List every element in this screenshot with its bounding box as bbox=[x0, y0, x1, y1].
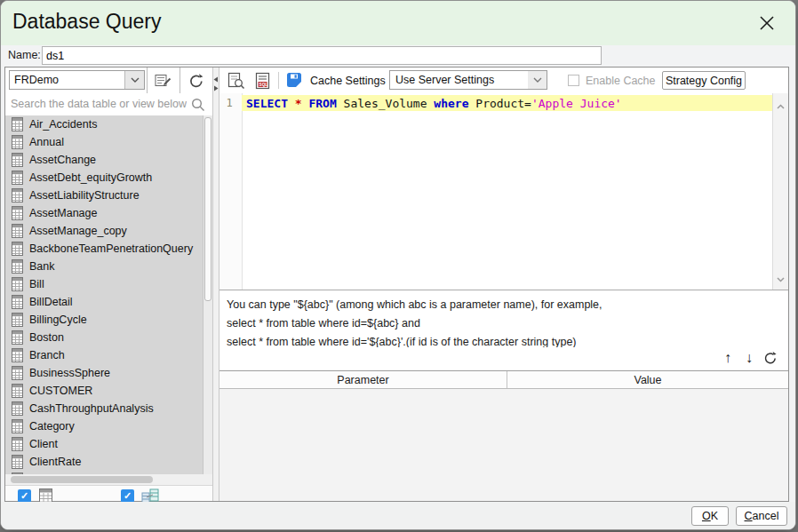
table-row[interactable]: BillingCycle bbox=[5, 311, 203, 329]
content-area: FRDemo bbox=[4, 67, 789, 502]
table-icon bbox=[12, 455, 23, 472]
cache-settings-select[interactable]: Use Server Settings bbox=[389, 70, 547, 90]
table-row[interactable]: Client bbox=[5, 435, 203, 453]
table-row-label: AssetLiabilityStructure bbox=[29, 189, 140, 202]
close-icon[interactable] bbox=[754, 11, 779, 36]
horizontal-scrollbar-thumb[interactable] bbox=[11, 476, 153, 483]
move-down-icon[interactable]: ↓ bbox=[746, 350, 753, 366]
table-row[interactable]: Air_Accidents bbox=[5, 115, 203, 133]
table-row[interactable]: Category bbox=[5, 417, 203, 435]
table-row-label: Bill bbox=[29, 278, 44, 290]
table-row-label: ClientRate bbox=[29, 456, 81, 468]
save-query-icon[interactable] bbox=[286, 72, 303, 92]
refresh-datasource-button[interactable] bbox=[180, 67, 212, 93]
cancel-button[interactable]: Cancel bbox=[736, 506, 787, 526]
table-row[interactable]: Boston bbox=[5, 329, 203, 346]
dialog-titlebar: Database Query bbox=[1, 1, 795, 45]
edit-datasource-button[interactable] bbox=[147, 67, 180, 93]
table-row[interactable]: AssetLiabilityStructure bbox=[5, 187, 203, 204]
table-list: Air_Accidents Annual bbox=[5, 115, 212, 474]
table-icon bbox=[12, 384, 23, 401]
line-number-gutter: 1 bbox=[219, 93, 243, 290]
table-icon bbox=[12, 330, 23, 348]
parameter-toolbar: ↑ ↓ bbox=[219, 347, 788, 370]
svg-text:SQL: SQL bbox=[259, 83, 268, 87]
table-row[interactable]: AssetManage bbox=[5, 204, 203, 222]
table-icon bbox=[12, 313, 23, 330]
name-input[interactable] bbox=[42, 46, 602, 65]
search-input[interactable] bbox=[7, 95, 190, 112]
table-row[interactable]: AssetChange bbox=[5, 151, 203, 169]
refresh-parameters-icon[interactable] bbox=[763, 351, 778, 369]
table-icon bbox=[12, 153, 23, 171]
table-row[interactable]: CashThroughputAnalysis bbox=[5, 400, 203, 417]
table-list-horizontal-scrollbar[interactable] bbox=[5, 474, 212, 485]
table-row-label: Boston bbox=[29, 331, 64, 344]
datasource-row: FRDemo bbox=[5, 67, 212, 94]
table-icon bbox=[12, 242, 23, 259]
table-row-label: Bank bbox=[29, 260, 55, 273]
table-icon bbox=[12, 401, 23, 419]
table-row[interactable]: Bank bbox=[5, 258, 203, 275]
table-icon bbox=[12, 348, 23, 366]
sql-file-icon[interactable]: SQL bbox=[254, 72, 272, 93]
datasource-select[interactable]: FRDemo bbox=[9, 70, 145, 90]
strategy-config-button[interactable]: Strategy Config bbox=[662, 71, 746, 90]
right-panel: SQL Cache Settings Use Server Settings bbox=[219, 67, 788, 501]
collapse-right-icon[interactable] bbox=[213, 79, 219, 95]
move-up-icon[interactable]: ↑ bbox=[724, 350, 731, 366]
table-icon bbox=[12, 437, 23, 455]
sql-token-plain: Sales_Volume bbox=[337, 97, 435, 110]
table-row[interactable]: Branch bbox=[5, 346, 203, 364]
value-column-header: Value bbox=[507, 371, 788, 388]
show-tables-checkbox[interactable]: ✓ bbox=[18, 489, 31, 503]
table-row[interactable]: BusinessSphere bbox=[5, 364, 203, 382]
help-line-2: select * from table where id=${abc} and bbox=[219, 314, 788, 333]
toolbar-separator bbox=[278, 72, 279, 89]
table-icon bbox=[12, 259, 23, 277]
enable-cache-checkbox[interactable] bbox=[568, 75, 579, 86]
table-row[interactable]: Bill bbox=[5, 275, 203, 293]
table-row[interactable]: BackboneTeamPenetrationQuery bbox=[5, 240, 203, 258]
editor-vertical-scrollbar[interactable] bbox=[772, 93, 788, 290]
line-number: 1 bbox=[219, 97, 239, 109]
table-list-vertical-scrollbar[interactable] bbox=[203, 115, 212, 474]
table-row[interactable]: Annual bbox=[5, 133, 203, 151]
sql-token-string: 'Apple Juice' bbox=[531, 97, 622, 110]
table-icon bbox=[12, 224, 23, 242]
table-row-label: BusinessSphere bbox=[29, 367, 110, 379]
preview-query-icon[interactable] bbox=[227, 72, 245, 93]
table-icon bbox=[12, 295, 23, 313]
table-row-label: BillingCycle bbox=[29, 314, 87, 326]
scroll-up-icon[interactable] bbox=[777, 97, 785, 113]
cache-settings-label: Cache Settings bbox=[310, 75, 386, 87]
search-icon bbox=[191, 98, 205, 115]
left-panel: FRDemo bbox=[5, 67, 212, 501]
parameter-table-header: Parameter Value bbox=[219, 370, 788, 389]
table-icon bbox=[12, 366, 23, 384]
sql-token-keyword: FROM bbox=[308, 97, 336, 110]
table-row-label: CashThroughputAnalysis bbox=[29, 402, 154, 415]
parameter-table-body[interactable] bbox=[219, 389, 788, 501]
table-row[interactable]: CUSTOMER bbox=[5, 382, 203, 400]
table-row-label: BillDetail bbox=[29, 296, 73, 308]
vertical-scrollbar-thumb[interactable] bbox=[204, 117, 211, 301]
panel-splitter[interactable] bbox=[212, 67, 219, 501]
table-row[interactable]: AssetManage_copy bbox=[5, 222, 203, 240]
ok-button[interactable]: OK bbox=[691, 506, 729, 526]
parameter-column-header: Parameter bbox=[219, 371, 507, 388]
table-row[interactable]: ClientRate bbox=[5, 453, 203, 471]
sql-editor[interactable]: 1 SELECT * FROM Sales_Volume where Produ… bbox=[219, 93, 788, 290]
show-views-checkbox[interactable]: ✓ bbox=[121, 489, 134, 503]
table-row[interactable]: BillDetail bbox=[5, 293, 203, 311]
table-row[interactable]: AssetDebt_equityGrowth bbox=[5, 169, 203, 187]
table-row-label: Annual bbox=[29, 136, 64, 148]
sql-code-line: SELECT * FROM Sales_Volume where Product… bbox=[246, 97, 622, 110]
scroll-down-icon[interactable] bbox=[777, 270, 785, 286]
search-row bbox=[5, 93, 212, 116]
chevron-down-icon bbox=[124, 71, 144, 89]
table-row-label: Branch bbox=[29, 349, 65, 361]
dialog-footer: OK Cancel bbox=[1, 502, 795, 529]
name-row: Name: bbox=[1, 45, 795, 67]
help-line-1: You can type "${abc}" (among which abc i… bbox=[219, 290, 788, 314]
